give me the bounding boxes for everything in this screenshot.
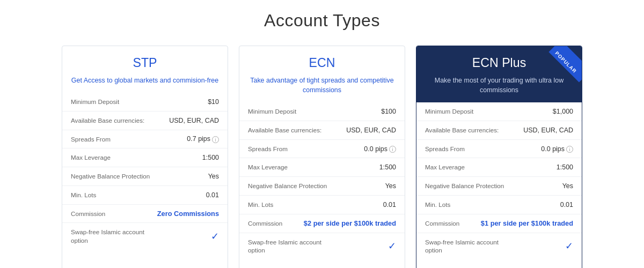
card-ecn: ECN Take advantage of tight spreads and … — [239, 46, 405, 268]
card-footer-stp: Account Details — [62, 259, 228, 268]
row-value: $100 — [381, 108, 396, 115]
card-footer-ecn-plus: Account Details — [416, 259, 582, 268]
row-label: Swap-free Islamic account option — [425, 238, 507, 255]
row-value: $2 per side per $100k traded — [304, 219, 396, 227]
row-label: Spreads From — [248, 145, 288, 153]
row-label: Negative Balance Protection — [425, 182, 504, 190]
table-row: Spreads From0.0 pipsi — [239, 140, 405, 159]
table-row: Commission$2 per side per $100k traded — [239, 214, 405, 233]
card-title-ecn: ECN — [248, 56, 396, 70]
card-subtitle-ecn: Take advantage of tight spreads and comp… — [248, 76, 396, 95]
row-label: Spreads From — [71, 135, 111, 144]
row-label: Minimum Deposit — [425, 107, 473, 116]
row-label: Swap-free Islamic account option — [248, 238, 330, 255]
row-label: Max Leverage — [425, 163, 465, 172]
cards-container: STP Get Access to global markets and com… — [59, 46, 585, 268]
row-label: Minimum Deposit — [248, 107, 296, 116]
row-value: 0.01 — [560, 201, 573, 209]
row-label: Min. Lots — [425, 200, 450, 209]
table-row: Swap-free Islamic account option✓ — [416, 233, 582, 260]
table-row: Minimum Deposit$100 — [239, 102, 405, 121]
row-value: Yes — [385, 182, 396, 190]
row-value: 0.01 — [206, 191, 219, 199]
table-row: Max Leverage1:500 — [416, 158, 582, 177]
row-value: 0.01 — [383, 201, 396, 209]
table-row: Min. Lots0.01 — [239, 196, 405, 214]
card-footer-ecn: Account Details — [239, 259, 405, 268]
table-row: Negative Balance ProtectionYes — [239, 177, 405, 196]
card-ecn-plus: POPULAR ECN Plus Make the most of your t… — [416, 46, 582, 268]
row-value: ✓ — [565, 241, 573, 252]
row-label: Min. Lots — [71, 191, 96, 199]
row-value: Yes — [562, 182, 573, 190]
table-row: Available Base currencies:USD, EUR, CAD — [62, 111, 228, 130]
row-label: Negative Balance Protection — [71, 172, 150, 181]
row-value: USD, EUR, CAD — [523, 126, 573, 134]
row-label: Max Leverage — [71, 153, 111, 162]
card-stp: STP Get Access to global markets and com… — [62, 46, 228, 268]
row-label: Max Leverage — [248, 163, 288, 172]
table-row: Available Base currencies:USD, EUR, CAD — [239, 121, 405, 140]
table-row: Minimum Deposit$10 — [62, 93, 228, 111]
row-label: Commission — [248, 219, 282, 228]
row-value: 0.7 pipsi — [187, 135, 219, 143]
card-title-ecn-plus: ECN Plus — [425, 56, 573, 70]
page-title: Account Types — [264, 11, 380, 31]
card-body-stp: Minimum Deposit$10Available Base currenc… — [62, 93, 228, 259]
card-body-ecn: Minimum Deposit$100Available Base curren… — [239, 102, 405, 259]
row-label: Commission — [425, 219, 459, 228]
table-row: Available Base currencies:USD, EUR, CAD — [416, 121, 582, 140]
table-row: Commission$1 per side per $100k traded — [416, 214, 582, 233]
table-row: Min. Lots0.01 — [62, 186, 228, 205]
table-row: Min. Lots0.01 — [416, 196, 582, 214]
row-value: 1:500 — [202, 154, 219, 161]
table-row: CommissionZero Commissions — [62, 205, 228, 224]
row-label: Swap-free Islamic account option — [71, 228, 152, 245]
table-row: Spreads From0.0 pipsi — [416, 140, 582, 159]
info-icon[interactable]: i — [212, 136, 219, 143]
row-value: ✓ — [388, 241, 396, 252]
table-row: Negative Balance ProtectionYes — [416, 177, 582, 196]
row-value: 1:500 — [557, 163, 573, 171]
card-subtitle-ecn-plus: Make the most of your trading with ultra… — [425, 76, 573, 95]
row-value: 0.0 pipsi — [541, 145, 573, 153]
row-value: USD, EUR, CAD — [346, 126, 396, 134]
row-label: Commission — [71, 210, 105, 218]
info-icon[interactable]: i — [389, 146, 396, 153]
row-value: 1:500 — [379, 163, 396, 171]
row-value: Yes — [208, 173, 219, 180]
table-row: Max Leverage1:500 — [239, 158, 405, 177]
row-label: Negative Balance Protection — [248, 182, 327, 190]
row-value: $1,000 — [553, 108, 573, 115]
row-label: Available Base currencies: — [425, 126, 499, 135]
row-label: Available Base currencies: — [248, 126, 321, 135]
row-label: Spreads From — [425, 145, 465, 153]
table-row: Swap-free Islamic account option✓ — [62, 223, 228, 250]
table-row: Swap-free Islamic account option✓ — [239, 233, 405, 260]
row-label: Available Base currencies: — [71, 116, 144, 125]
card-body-ecn-plus: Minimum Deposit$1,000Available Base curr… — [416, 102, 582, 259]
row-value: ✓ — [211, 231, 219, 242]
table-row: Negative Balance ProtectionYes — [62, 167, 228, 186]
row-value: $1 per side per $100k traded — [481, 219, 573, 227]
row-value: 0.0 pipsi — [364, 145, 396, 153]
row-value: $10 — [208, 98, 219, 106]
row-label: Min. Lots — [248, 200, 273, 209]
table-row: Minimum Deposit$1,000 — [416, 102, 582, 121]
card-title-stp: STP — [71, 56, 219, 70]
row-value: Zero Commissions — [157, 210, 219, 218]
table-row: Spreads From0.7 pipsi — [62, 130, 228, 149]
info-icon[interactable]: i — [566, 146, 573, 153]
table-row: Max Leverage1:500 — [62, 148, 228, 167]
row-value: USD, EUR, CAD — [169, 117, 219, 124]
row-label: Minimum Deposit — [71, 98, 119, 106]
card-subtitle-stp: Get Access to global markets and commisi… — [71, 76, 219, 85]
